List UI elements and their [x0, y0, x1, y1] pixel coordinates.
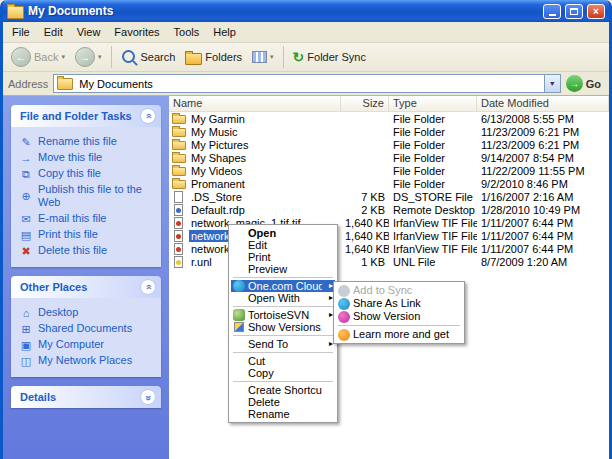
file-folder-tasks-header[interactable]: File and Folder Tasks — [11, 105, 161, 127]
file-name-label: My Videos — [189, 165, 244, 177]
task-link[interactable]: Move this file — [19, 151, 157, 164]
expand-chevron-icon[interactable] — [140, 389, 156, 405]
menu-bar-item[interactable]: Help — [206, 22, 243, 42]
task-link[interactable]: Delete this file — [19, 244, 157, 257]
file-size-cell: 2 KB — [341, 204, 389, 216]
context-menu-item[interactable] — [233, 352, 333, 353]
task-link[interactable]: Publish this file to the Web — [19, 183, 157, 209]
file-row[interactable]: My Music File Folder 11/23/2009 6:21 PM — [169, 125, 609, 138]
menu-item-icon — [233, 251, 245, 263]
context-menu-item[interactable] — [233, 381, 333, 382]
search-button[interactable]: Search — [117, 47, 180, 68]
context-menu-item[interactable]: One.com Cloud Drive — [231, 280, 335, 292]
place-link[interactable]: My Computer — [19, 338, 157, 351]
context-menu-item[interactable]: Edit — [231, 239, 335, 251]
folder-sync-button[interactable]: Folder Sync — [289, 48, 370, 66]
context-menu-item[interactable]: Print — [231, 251, 335, 263]
file-name-cell[interactable]: My Garmin — [169, 113, 341, 125]
file-row[interactable]: My Garmin File Folder 6/13/2008 5:55 PM — [169, 112, 609, 125]
task-icon — [19, 190, 33, 202]
place-link[interactable]: Shared Documents — [19, 322, 157, 335]
submenu-item[interactable]: Add to Sync — [336, 284, 462, 297]
forward-button[interactable]: → ▾ — [71, 45, 106, 69]
close-button[interactable]: × — [587, 4, 605, 19]
collapse-chevron-icon[interactable] — [140, 108, 156, 124]
maximize-button[interactable] — [565, 4, 583, 19]
context-menu-item[interactable]: Rename — [231, 408, 335, 420]
submenu-item[interactable] — [338, 325, 460, 326]
context-menu-item[interactable]: Open With — [231, 292, 335, 304]
task-label: E-mail this file — [38, 212, 106, 225]
file-name-cell[interactable]: Promanent — [169, 178, 341, 190]
column-header-date-modified[interactable]: Date Modified — [477, 96, 609, 111]
file-row[interactable]: Default.rdp 2 KB Remote Desktop Co... 1/… — [169, 203, 609, 216]
back-button[interactable]: ← Back ▾ — [7, 45, 69, 69]
file-name-cell[interactable]: .DS_Store — [169, 191, 341, 203]
context-menu-item[interactable]: Cut — [231, 355, 335, 367]
menu-item-label: Rename — [248, 408, 322, 420]
folders-button[interactable]: Folders — [181, 48, 246, 67]
file-row[interactable]: My Pictures File Folder 11/23/2009 6:21 … — [169, 138, 609, 151]
address-input[interactable] — [77, 77, 539, 91]
menu-bar-item[interactable]: Edit — [37, 22, 70, 42]
other-places-header[interactable]: Other Places — [11, 276, 161, 298]
views-button[interactable]: ▾ — [248, 49, 278, 65]
address-dropdown-button[interactable]: ▼ — [544, 75, 560, 92]
context-menu-item[interactable]: Copy — [231, 367, 335, 379]
submenu-item[interactable]: Learn more and get Help — [336, 328, 462, 341]
file-name-cell[interactable]: My Music — [169, 126, 341, 138]
menu-bar-item[interactable]: Favorites — [107, 22, 166, 42]
task-link[interactable]: Print this file — [19, 228, 157, 241]
context-menu-item[interactable]: Show Versions... — [231, 321, 335, 333]
menu-item-label: Copy — [248, 367, 322, 379]
details-header[interactable]: Details — [11, 386, 161, 408]
context-menu-item[interactable]: TortoiseSVN — [231, 309, 335, 321]
menu-bar-item[interactable]: View — [70, 22, 108, 42]
place-link[interactable]: Desktop — [19, 306, 157, 319]
task-link[interactable]: E-mail this file — [19, 212, 157, 225]
window-title: My Documents — [28, 4, 539, 18]
menu-bar-item[interactable]: File — [5, 22, 37, 42]
context-menu-item[interactable]: Preview — [231, 263, 335, 275]
collapse-chevron-icon[interactable] — [140, 279, 156, 295]
file-type-cell: File Folder — [389, 165, 477, 177]
forward-dropdown-icon[interactable]: ▾ — [98, 53, 102, 61]
file-name-cell[interactable]: Default.rdp — [169, 204, 341, 216]
place-link[interactable]: My Network Places — [19, 354, 157, 367]
file-name-cell[interactable]: My Shapes — [169, 152, 341, 164]
go-button[interactable]: → Go — [566, 75, 604, 92]
task-label: Delete this file — [38, 244, 107, 257]
submenu-arrow-icon — [325, 309, 333, 321]
column-header-name[interactable]: Name — [169, 96, 341, 111]
views-dropdown-icon[interactable]: ▾ — [270, 53, 274, 61]
context-menu-item[interactable] — [233, 277, 333, 278]
back-dropdown-icon[interactable]: ▾ — [61, 53, 65, 61]
task-link[interactable]: Copy this file — [19, 167, 157, 180]
file-type-cell: IrfanView TIF File — [389, 243, 477, 255]
file-row[interactable]: My Videos File Folder 11/22/2009 11:55 P… — [169, 164, 609, 177]
file-name-cell[interactable]: My Videos — [169, 165, 341, 177]
title-bar[interactable]: My Documents × — [3, 0, 609, 22]
file-name-cell[interactable]: My Pictures — [169, 139, 341, 151]
column-header-size[interactable]: Size — [341, 96, 389, 111]
context-menu-item[interactable] — [233, 335, 333, 336]
task-link[interactable]: Rename this file — [19, 135, 157, 148]
file-name-label: Promanent — [189, 178, 247, 190]
context-menu-item[interactable] — [233, 306, 333, 307]
context-menu-item[interactable]: Delete — [231, 396, 335, 408]
menu-bar-item[interactable]: Tools — [167, 22, 207, 42]
file-type-cell: DS_STORE File — [389, 191, 477, 203]
column-header-type[interactable]: Type — [389, 96, 477, 111]
minimize-button[interactable] — [543, 4, 561, 19]
file-row[interactable]: .DS_Store 7 KB DS_STORE File 1/16/2007 2… — [169, 190, 609, 203]
context-menu-item[interactable]: Send To — [231, 338, 335, 350]
submenu-item[interactable]: Share As Link — [336, 297, 462, 310]
submenu-item[interactable]: Show Version — [336, 310, 462, 323]
address-bar: Address ▼ → Go — [3, 72, 609, 96]
address-combo[interactable]: ▼ — [53, 74, 560, 93]
file-row[interactable]: Promanent File Folder 9/2/2010 8:46 PM — [169, 177, 609, 190]
place-icon — [19, 355, 33, 367]
context-menu-item[interactable]: Open — [231, 227, 335, 239]
context-menu-item[interactable]: Create Shortcut — [231, 384, 335, 396]
file-row[interactable]: My Shapes File Folder 9/14/2007 8:54 PM — [169, 151, 609, 164]
